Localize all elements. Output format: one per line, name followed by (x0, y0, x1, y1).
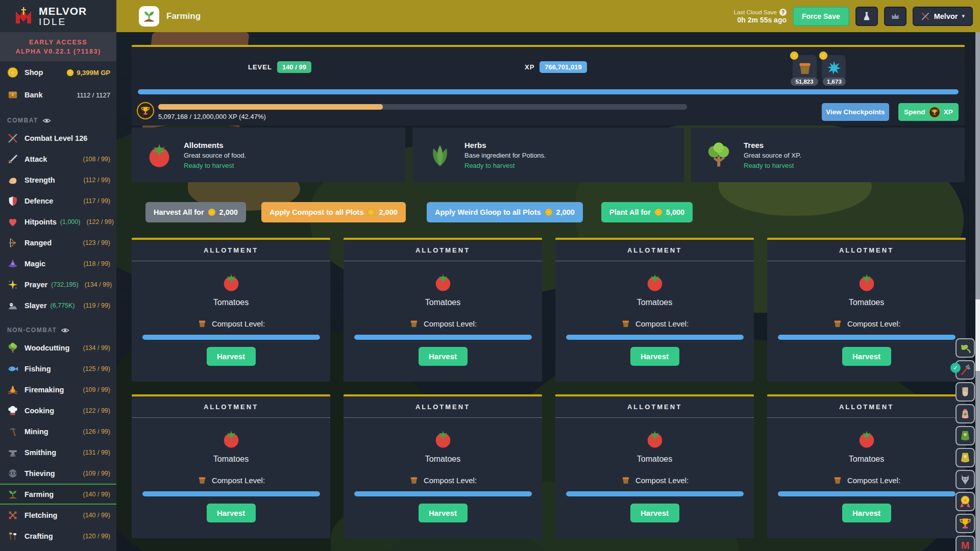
green-cape-icon (959, 429, 972, 442)
sidebar-item-crafting[interactable]: Crafting (120 / 99) (0, 525, 116, 546)
sidebar-item-smithing[interactable]: Smithing (131 / 99) (0, 442, 116, 463)
check-badge-icon: ✓ (950, 363, 961, 373)
plant-all-button[interactable]: Plant All for 5,000 (601, 202, 693, 222)
slayer-coins: (6,775K) (51, 302, 75, 309)
sidebar-item-farming[interactable]: Farming (140 / 99) (0, 484, 116, 505)
sidebar-item-runecrafting[interactable]: Runecrafting (0, 546, 116, 551)
coin-icon (819, 51, 828, 60)
premium-button[interactable] (884, 7, 906, 26)
apply-weird-gloop-all-button[interactable]: Apply Weird Gloop to all Plots 2,000 (427, 202, 583, 222)
page-title: Farming (166, 11, 201, 21)
harvest-button[interactable]: Harvest (419, 504, 468, 522)
quick-item-wolf[interactable] (955, 470, 975, 489)
compost-stock-tile[interactable]: 51,823 (793, 55, 817, 81)
skill-level: (140 / 99) (83, 512, 110, 519)
sidebar-item-thieving[interactable]: Thieving (109 / 99) (0, 463, 116, 484)
skill-level: (122 / 99) (83, 407, 110, 414)
compost-progress-bar (778, 335, 955, 340)
plot-crop-name: Tomatoes (849, 298, 884, 307)
sidebar-item-strength[interactable]: Strength (112 / 99) (0, 169, 116, 190)
scrollbar-thumb[interactable] (975, 299, 980, 371)
harvest-all-button[interactable]: Harvest All for 2,000 (145, 202, 246, 222)
quick-item-yellow-cape[interactable] (955, 448, 975, 467)
harvest-button[interactable]: Harvest (842, 504, 891, 522)
sidebar-item-prayer[interactable]: Prayer (732,195) (134 / 99) (0, 274, 116, 295)
harvest-button[interactable]: Harvest (207, 504, 256, 522)
plot-crop-name: Tomatoes (213, 298, 249, 307)
tomato-icon (433, 272, 453, 292)
xp-label: XP (525, 63, 534, 71)
level-label: LEVEL (248, 63, 272, 71)
app-title-bottom: IDLE (39, 17, 87, 27)
plot-crop-name: Tomatoes (849, 455, 884, 464)
quick-item-lizard[interactable] (955, 338, 975, 358)
tomato-icon (857, 429, 876, 448)
harvest-button[interactable]: Harvest (630, 347, 679, 366)
sidebar-item-label: Slayer (24, 302, 47, 310)
apply-compost-all-button[interactable]: Apply Compost to all Plots 2,000 (261, 202, 406, 222)
sidebar-item-fletching[interactable]: Fletching (140 / 99) (0, 505, 116, 525)
sidebar-item-label: Hitpoints (24, 218, 57, 226)
force-save-button[interactable]: Force Save (793, 7, 849, 26)
gloop-count: 1,673 (823, 78, 846, 86)
sidebar-item-cooking[interactable]: Cooking (122 / 99) (0, 400, 116, 421)
quick-item-green-cape[interactable] (955, 426, 975, 445)
app-logo[interactable]: MELVOR IDLE (0, 0, 116, 32)
sidebar-item-ranged[interactable]: Ranged (123 / 99) (0, 232, 116, 253)
eye-icon[interactable] (61, 326, 69, 335)
quick-item-glove[interactable] (955, 382, 975, 402)
farming-plot-card: ALLOTMENT Tomatoes Compost Level: Harves… (767, 238, 966, 382)
spend-mastery-xp-button[interactable]: Spend XP (898, 103, 959, 121)
scrollbar-track[interactable] (975, 32, 980, 551)
sidebar-item-combat-level[interactable]: Combat Level 126 (0, 128, 116, 148)
tomato-icon (645, 272, 665, 292)
medal-icon (959, 495, 972, 508)
harvest-button[interactable]: Harvest (630, 504, 679, 522)
harvest-button[interactable]: Harvest (419, 347, 468, 366)
help-icon[interactable]: ? (779, 9, 787, 16)
plot-crop-name: Tomatoes (425, 455, 460, 464)
quick-item-melvor[interactable]: M (955, 536, 975, 551)
sidebar-item-defence[interactable]: Defence (117 / 99) (0, 190, 116, 211)
sidebar-item-magic[interactable]: Magic (118 / 99) (0, 253, 116, 274)
view-checkpoints-button[interactable]: View Checkpoints (822, 103, 889, 121)
weird-gloop-icon (826, 60, 842, 76)
sidebar-item-bank[interactable]: Bank 1112 / 1127 (0, 84, 116, 106)
plot-type-label: ALLOTMENT (132, 396, 330, 418)
character-menu-button[interactable]: Melvor ▾ (913, 7, 973, 26)
sidebar-item-firemaking[interactable]: Firemaking (109 / 99) (0, 379, 116, 400)
sidebar-item-label: Attack (24, 155, 47, 163)
sidebar-item-slayer[interactable]: Slayer (6,775K) (119 / 99) (0, 295, 116, 316)
quick-item-medal[interactable] (955, 492, 975, 511)
sidebar-item-shop[interactable]: Shop 9,399M GP (0, 61, 116, 84)
coin-icon (545, 208, 553, 216)
sidebar-item-mining[interactable]: Mining (126 / 99) (0, 421, 116, 442)
compost-progress-bar (566, 335, 744, 340)
quick-item-trophy[interactable] (955, 514, 975, 533)
harvest-button[interactable]: Harvest (207, 347, 256, 366)
glove-icon (959, 385, 972, 398)
tree-icon (7, 342, 18, 354)
wizard-hat-icon (7, 258, 18, 269)
sidebar-item-label: Magic (24, 260, 45, 268)
sidebar-item-woodcutting[interactable]: Woodcutting (134 / 99) (0, 337, 116, 358)
bow-icon (7, 237, 18, 248)
sidebar-item-hitpoints[interactable]: Hitpoints (1,000) (122 / 99) (0, 211, 116, 232)
sidebar-item-fishing[interactable]: Fishing (125 / 99) (0, 358, 116, 379)
eye-icon[interactable] (42, 116, 51, 125)
compost-icon (621, 318, 631, 329)
potions-button[interactable] (855, 7, 878, 26)
quick-item-seed-bag[interactable] (955, 404, 975, 423)
sidebar-item-attack[interactable]: Attack (108 / 99) (0, 148, 116, 169)
tomato-icon (857, 272, 876, 292)
compost-level-label: Compost Level: (635, 319, 689, 328)
skill-level: (109 / 99) (83, 386, 110, 393)
skill-level: (120 / 99) (83, 533, 110, 540)
weird-gloop-stock-tile[interactable]: 1,673 (822, 55, 846, 81)
harvest-button[interactable]: Harvest (842, 347, 891, 366)
coin-icon (208, 208, 216, 216)
tomato-icon (222, 272, 241, 292)
coin-icon (790, 51, 799, 60)
crown-icon (890, 11, 900, 21)
coin-icon (654, 208, 663, 216)
